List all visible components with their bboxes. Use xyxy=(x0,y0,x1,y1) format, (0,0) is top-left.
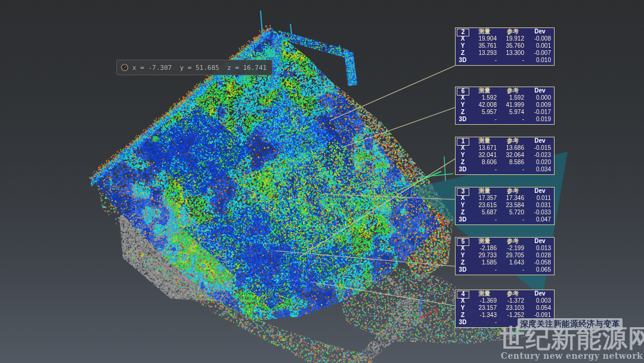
table-cell: 0.000 xyxy=(527,94,553,101)
coordinate-text: x = -7.307 y = 51.685 z = 16.741 xyxy=(132,64,267,72)
row-label: 3D xyxy=(456,319,470,326)
table-cell: -1.369 xyxy=(470,297,499,304)
measurement-table-2[interactable]: 2测量参考DevX19.90419.912-0.008Y35.76135.760… xyxy=(455,27,555,66)
row-label: Y xyxy=(456,42,470,50)
table-cell: - xyxy=(499,166,527,173)
table-cell: 32.041 xyxy=(470,152,499,159)
table-cell: - xyxy=(470,266,499,273)
row-label: Y xyxy=(456,152,470,159)
table-cell: 8.606 xyxy=(470,159,499,166)
table-cell: -0.058 xyxy=(527,259,553,266)
table-cell: 0.013 xyxy=(527,245,553,252)
table-cell: 1.585 xyxy=(470,259,499,266)
row-label: X xyxy=(456,195,470,202)
table-cell: -0.023 xyxy=(527,152,553,159)
row-label: Z xyxy=(456,50,470,57)
table-cell: - xyxy=(470,319,499,326)
table-cell: 41.999 xyxy=(499,101,527,109)
table-cell: 0.028 xyxy=(527,252,553,259)
table-cell: -0.015 xyxy=(527,144,553,152)
table-row: Y23.61523.5840.031 xyxy=(456,202,554,209)
table-cell: 0.031 xyxy=(527,202,553,209)
watermark-title: 世纪新能源网 xyxy=(500,325,644,352)
table-cell: - xyxy=(499,57,527,64)
table-cell: - xyxy=(499,216,527,223)
table-cell: - xyxy=(470,116,499,123)
table-cell: 0.019 xyxy=(527,116,553,123)
table-cell: 5.720 xyxy=(499,209,527,216)
table-row: Z5.6875.720-0.033 xyxy=(456,209,554,216)
table-cell: - xyxy=(499,116,527,123)
table-row: Z5.9575.974-0.017 xyxy=(456,109,554,116)
table-cell: 35.761 xyxy=(470,42,499,50)
row-label: 3D xyxy=(456,266,470,273)
table-cell: 0.054 xyxy=(527,304,553,312)
table-row: Y35.76135.7600.001 xyxy=(456,42,554,50)
table-row: 3D--0.019 xyxy=(456,116,554,123)
table-cell: 0.020 xyxy=(527,159,553,166)
row-label: Z xyxy=(456,209,470,216)
table-cell: 0.010 xyxy=(527,57,553,64)
point-cloud-viewer-window: x = -7.307 y = 51.685 z = 16.741 2测量参考De… xyxy=(0,0,644,363)
table-cell: 23.103 xyxy=(499,304,527,312)
table-row: Z13.29313.300-0.007 xyxy=(456,50,554,57)
table-row: X13.67113.686-0.015 xyxy=(456,144,554,152)
row-label: Y xyxy=(456,101,470,109)
table-cell: -0.008 xyxy=(527,35,553,42)
table-row: 3D--0.034 xyxy=(456,166,554,173)
table-cell: -1.372 xyxy=(499,297,527,304)
table-cell: 19.912 xyxy=(499,35,527,42)
row-label: Z xyxy=(456,159,470,166)
row-label: Z xyxy=(456,312,470,319)
table-cell: 0.001 xyxy=(527,42,553,50)
table-row: Y32.04132.064-0.023 xyxy=(456,152,554,159)
table-cell: 13.300 xyxy=(499,50,527,57)
measurement-table-3[interactable]: 3测量参考DevX17.35717.3460.011Y23.61523.5840… xyxy=(455,187,555,225)
table-cell: 0.011 xyxy=(527,195,553,202)
row-label: X xyxy=(456,144,470,152)
table-cell: 23.584 xyxy=(499,202,527,209)
table-cell: 0.034 xyxy=(527,166,553,173)
table-cell: 42.008 xyxy=(470,101,499,109)
table-row: X-1.369-1.3720.003 xyxy=(456,297,554,304)
row-label: 3D xyxy=(456,116,470,123)
table-cell: 0.065 xyxy=(527,266,553,273)
table-row: 3D--0.065 xyxy=(456,266,554,273)
table-row: Y23.15723.1030.054 xyxy=(456,304,554,312)
table-cell: 0.047 xyxy=(527,216,553,223)
table-row: X19.90419.912-0.008 xyxy=(456,35,554,42)
row-label: Y xyxy=(456,304,470,312)
table-cell: 1.592 xyxy=(470,94,499,101)
row-label: Y xyxy=(456,202,470,209)
row-label: X xyxy=(456,35,470,42)
row-label: 3D xyxy=(456,166,470,173)
row-label: Z xyxy=(456,109,470,116)
table-cell: 29.733 xyxy=(470,252,499,259)
table-cell: 32.064 xyxy=(499,152,527,159)
table-cell: -0.033 xyxy=(527,209,553,216)
table-cell: 0.009 xyxy=(527,101,553,109)
table-row: Y29.73329.7050.028 xyxy=(456,252,554,259)
table-cell: -0.017 xyxy=(527,109,553,116)
measurement-table-6[interactable]: 6测量参考DevX1.5921.5920.000Y42.00841.9990.0… xyxy=(455,87,555,125)
row-label: 3D xyxy=(456,216,470,223)
table-cell: - xyxy=(470,166,499,173)
table-row: X17.35717.3460.011 xyxy=(456,195,554,202)
row-label: X xyxy=(456,245,470,252)
coordinate-readout: x = -7.307 y = 51.685 z = 16.741 xyxy=(116,60,273,75)
table-row: 3D--0.010 xyxy=(456,57,554,64)
table-cell: 35.760 xyxy=(499,42,527,50)
table-row: 3D--0.047 xyxy=(456,216,554,223)
table-cell: - xyxy=(499,266,527,273)
measurement-table-5[interactable]: 5测量参考DevX-2.186-2.1990.013Y29.73329.7050… xyxy=(455,237,555,275)
table-cell: -2.199 xyxy=(499,245,527,252)
table-row: Z8.6068.5860.020 xyxy=(456,159,554,166)
table-cell: 1.643 xyxy=(499,259,527,266)
watermark: 世纪新能源网 Century new energy network xyxy=(500,325,644,361)
measurement-table-1[interactable]: 1测量参考DevX13.67113.686-0.015Y32.04132.064… xyxy=(455,137,555,175)
row-label: X xyxy=(456,297,470,304)
table-cell: 1.592 xyxy=(499,94,527,101)
table-cell: 17.357 xyxy=(470,195,499,202)
table-row: X1.5921.5920.000 xyxy=(456,94,554,101)
row-label: Z xyxy=(456,259,470,266)
